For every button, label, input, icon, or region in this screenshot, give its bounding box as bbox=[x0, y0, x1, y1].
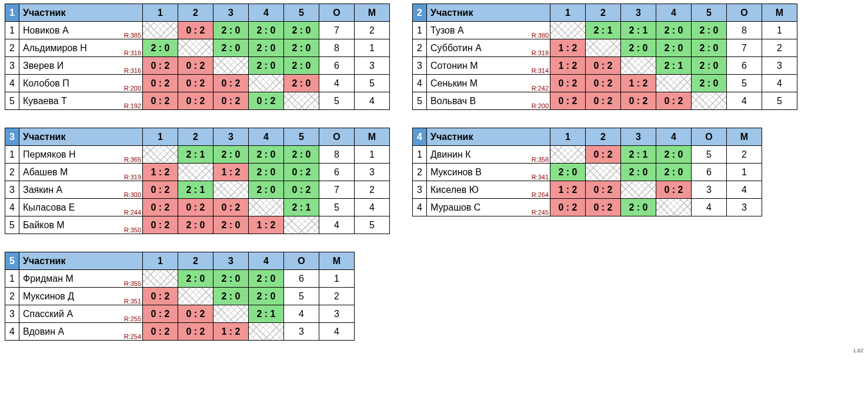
table-row: 5Куваева ТR:1920 : 20 : 20 : 20 : 254 bbox=[5, 92, 390, 110]
round-header-2: 2 bbox=[586, 128, 621, 146]
participant-rating: R:254 bbox=[124, 333, 141, 340]
group-number: 2 bbox=[413, 4, 427, 22]
score-cell: 1 : 2 bbox=[143, 164, 178, 181]
table-row: 2Муксинов ВR:3412 : 02 : 02 : 061 bbox=[413, 164, 762, 181]
table-row: 2Субботин АR:3181 : 22 : 02 : 02 : 072 bbox=[413, 39, 797, 57]
participant-name: Кыласова Е bbox=[19, 202, 75, 213]
score-cell: 2 : 0 bbox=[249, 164, 284, 181]
score-cell: 2 : 0 bbox=[656, 164, 692, 181]
points-cell: 5 bbox=[284, 288, 319, 305]
score-cell: 0 : 2 bbox=[586, 199, 621, 216]
place-header: М bbox=[762, 4, 797, 22]
participant-header: Участник bbox=[19, 4, 143, 22]
table-row: 1Двинин КR:3580 : 22 : 12 : 052 bbox=[413, 146, 762, 164]
score-cell: 0 : 2 bbox=[656, 92, 692, 110]
score-cell: 0 : 2 bbox=[284, 164, 319, 181]
table-row: 2Муксинов ДR:3510 : 22 : 02 : 052 bbox=[5, 288, 355, 305]
group-table-5: 5Участник1234ОМ1Фридман МR:3552 : 02 : 0… bbox=[5, 252, 355, 341]
points-cell: 5 bbox=[692, 146, 727, 164]
place-cell: 1 bbox=[355, 146, 390, 164]
points-cell: 4 bbox=[727, 92, 762, 110]
place-cell: 2 bbox=[762, 39, 797, 57]
score-self bbox=[213, 305, 249, 323]
participant-name: Сотонин М bbox=[427, 61, 478, 71]
participant-cell: Муксинов ДR:351 bbox=[19, 288, 143, 305]
score-cell: 2 : 0 bbox=[284, 75, 319, 92]
participant-rating: R:318 bbox=[532, 49, 549, 56]
table-row: 3Спасский АR:2550 : 20 : 22 : 143 bbox=[5, 305, 355, 323]
place-header: М bbox=[727, 128, 762, 146]
score-cell: 0 : 2 bbox=[178, 92, 213, 110]
place-cell: 4 bbox=[762, 75, 797, 92]
score-cell: 0 : 2 bbox=[178, 199, 213, 216]
participant-rating: R:245 bbox=[532, 209, 549, 216]
score-cell: 2 : 0 bbox=[249, 39, 284, 57]
score-cell: 2 : 0 bbox=[178, 216, 213, 234]
points-cell: 7 bbox=[319, 181, 355, 199]
version-label: 1.82 bbox=[853, 348, 863, 354]
round-header-3: 3 bbox=[621, 4, 656, 22]
place-cell: 4 bbox=[319, 323, 355, 341]
score-cell: 0 : 2 bbox=[143, 288, 178, 305]
participant-cell: Куваева ТR:192 bbox=[19, 92, 143, 110]
participant-cell: Колобов ПR:200 bbox=[19, 75, 143, 92]
score-cell: 2 : 1 bbox=[621, 146, 656, 164]
participant-cell: Вдовин АR:254 bbox=[19, 323, 143, 341]
points-header: О bbox=[284, 252, 319, 270]
participant-name: Зверев И bbox=[19, 61, 64, 71]
place-cell: 4 bbox=[355, 199, 390, 216]
score-self bbox=[249, 75, 284, 92]
score-cell: 2 : 0 bbox=[621, 164, 656, 181]
score-cell: 2 : 0 bbox=[213, 146, 249, 164]
points-cell: 5 bbox=[727, 75, 762, 92]
points-cell: 6 bbox=[284, 270, 319, 288]
score-cell: 2 : 0 bbox=[284, 146, 319, 164]
row-index: 2 bbox=[5, 288, 19, 305]
score-cell: 2 : 0 bbox=[656, 146, 692, 164]
place-cell: 2 bbox=[355, 181, 390, 199]
participant-name: Заякин А bbox=[19, 185, 62, 195]
score-cell: 0 : 2 bbox=[143, 181, 178, 199]
score-cell: 1 : 2 bbox=[550, 39, 586, 57]
table-row: 4Сенькин МR:2420 : 20 : 21 : 22 : 054 bbox=[413, 75, 797, 92]
participant-cell: Альдимиров НR:318 bbox=[19, 39, 143, 57]
participant-name: Спасский А bbox=[19, 309, 73, 319]
place-header: М bbox=[355, 4, 390, 22]
score-cell: 2 : 0 bbox=[249, 288, 284, 305]
round-header-5: 5 bbox=[284, 128, 319, 146]
participant-header: Участник bbox=[427, 128, 550, 146]
score-cell: 2 : 1 bbox=[178, 181, 213, 199]
score-cell: 0 : 2 bbox=[178, 57, 213, 75]
participant-name: Абашев М bbox=[19, 167, 68, 178]
score-cell: 1 : 2 bbox=[213, 323, 249, 341]
table-row: 1Новиков АR:3850 : 22 : 02 : 02 : 072 bbox=[5, 22, 390, 39]
score-cell: 1 : 2 bbox=[249, 216, 284, 234]
score-cell: 2 : 0 bbox=[621, 199, 656, 216]
participant-name: Двинин К bbox=[427, 149, 471, 160]
participant-cell: Новиков АR:385 bbox=[19, 22, 143, 39]
score-cell: 2 : 0 bbox=[213, 39, 249, 57]
place-cell: 3 bbox=[319, 305, 355, 323]
participant-rating: R:365 bbox=[124, 156, 141, 163]
score-self bbox=[143, 270, 178, 288]
score-cell: 0 : 2 bbox=[284, 181, 319, 199]
score-self bbox=[550, 146, 586, 164]
score-self bbox=[586, 164, 621, 181]
round-header-2: 2 bbox=[178, 128, 213, 146]
table-row: 2Абашев МR:3191 : 21 : 22 : 00 : 263 bbox=[5, 164, 390, 181]
score-cell: 0 : 2 bbox=[178, 323, 213, 341]
participant-cell: Двинин КR:358 bbox=[427, 146, 550, 164]
participant-cell: Кыласова ЕR:244 bbox=[19, 199, 143, 216]
row-index: 4 bbox=[5, 199, 19, 216]
round-header-2: 2 bbox=[178, 252, 213, 270]
participant-header: Участник bbox=[19, 252, 143, 270]
points-cell: 3 bbox=[284, 323, 319, 341]
score-self bbox=[550, 22, 586, 39]
place-cell: 5 bbox=[355, 75, 390, 92]
round-header-4: 4 bbox=[249, 4, 284, 22]
points-cell: 7 bbox=[727, 39, 762, 57]
place-cell: 3 bbox=[355, 164, 390, 181]
place-cell: 3 bbox=[762, 57, 797, 75]
score-cell: 0 : 2 bbox=[143, 199, 178, 216]
score-self bbox=[178, 164, 213, 181]
